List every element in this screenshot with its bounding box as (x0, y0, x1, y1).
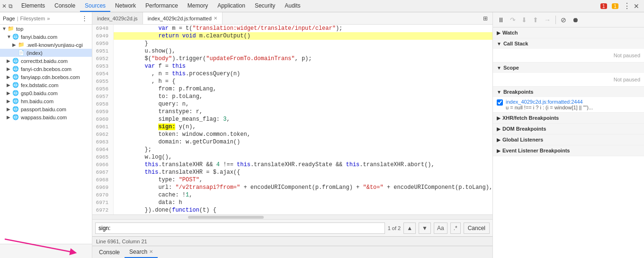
tree-item-fanyiapp[interactable]: ▶ 🌐 fanyiapp.cdn.bcebos.com (0, 73, 92, 81)
tree-arrow: ▶ (12, 42, 18, 47)
expand-icon: ⧉ (9, 3, 13, 9)
search-bar: 1 of 2 ▲ ▼ Aa .* Cancel (92, 219, 492, 236)
tab-network[interactable]: Network (110, 0, 141, 12)
code-line-6962: 6962 token: window.common.token, (92, 131, 492, 138)
filesystem-label[interactable]: Filesystem (20, 16, 45, 21)
domain-icon: 🌐 (12, 66, 19, 72)
pause-button[interactable]: ⏸ (496, 15, 506, 25)
match-case-button[interactable]: Aa (434, 222, 447, 234)
code-line-6953: 6953 var f = this (92, 62, 492, 70)
code-line-6958: 6958 query: n, (92, 100, 492, 108)
code-line-6951: 6951 u.show(), (92, 47, 492, 55)
breakpoint-checkbox[interactable] (497, 99, 503, 106)
tree-item-gsp0[interactable]: ▶ 🌐 gsp0.baidu.com (0, 89, 92, 97)
line-number: 6950 (92, 40, 114, 47)
scope-status: Not paused (493, 73, 644, 86)
tab-elements[interactable]: Elements (17, 0, 50, 12)
line-content: var m = t("translation:widget/translate/… (114, 25, 342, 32)
tab-search-bottom[interactable]: Search ✕ (125, 247, 158, 258)
event-listener-header[interactable]: ▶ Event Listener Breakpoints (493, 145, 644, 156)
code-line-6956: 6956 from: p.fromLang, (92, 85, 492, 93)
folder-icon: 📁 (18, 42, 25, 48)
deactivate-breakpoints-button[interactable]: ⊘ (559, 15, 568, 25)
call-stack-section-header[interactable]: ▼ Call Stack (493, 38, 644, 49)
cursor-position: Line 6961, Column 21 (96, 239, 489, 244)
domain-icon: 🌐 (12, 90, 19, 96)
page-label[interactable]: Page (3, 16, 15, 21)
tree-item-label: top (16, 26, 23, 32)
tree-item-fanyicdn[interactable]: ▶ 🌐 fanyi-cdn.bcebos.com (0, 65, 92, 73)
step-over-button[interactable]: ↷ (508, 15, 518, 25)
code-tab-formatted[interactable]: index_4029c2d.js:formatted ✕ (143, 12, 223, 25)
code-tabs: index_4029c2d.js index_4029c2d.js:format… (92, 12, 492, 25)
error-badge: 1 (600, 3, 607, 9)
step-into-button[interactable]: ⬇ (519, 15, 529, 25)
more-options-icon[interactable]: ⋮ (623, 1, 631, 10)
search-next-button[interactable]: ▼ (419, 222, 431, 234)
tab-console-bottom[interactable]: Console (94, 247, 125, 258)
tab-console[interactable]: Console (50, 0, 80, 12)
tree-item-hm[interactable]: ▶ 🌐 hm.baidu.com (0, 97, 92, 105)
tree-arrow: ▼ (2, 26, 8, 31)
event-listener-breakpoints-section: ▶ Event Listener Breakpoints (493, 145, 644, 156)
code-line-6961: 6961 sign: y(n), (92, 123, 492, 131)
sidebar-expand-icon[interactable]: » (47, 16, 50, 21)
line-number: 6957 (92, 93, 114, 100)
tree-item-passport[interactable]: ▶ 🌐 passport.baidu.com (0, 105, 92, 113)
watch-section-header[interactable]: ▶ Watch (493, 27, 644, 38)
line-number: 6967 (92, 169, 114, 176)
scope-section: ▼ Scope Not paused (493, 62, 644, 87)
tree-item-label: hm.baidu.com (21, 98, 54, 104)
search-input[interactable] (95, 222, 385, 234)
tree-item-correcttxt[interactable]: ▶ 🌐 correcttxt.baidu.com (0, 57, 92, 65)
dom-section-header[interactable]: ▶ DOM Breakpoints (493, 124, 644, 134)
global-listeners-header[interactable]: ▶ Global Listeners (493, 134, 644, 145)
tree-item-index[interactable]: 📄 (index) (0, 49, 92, 57)
horizontal-scrollbar[interactable] (92, 214, 492, 219)
line-number: 6965 (92, 153, 114, 161)
code-line-6955: 6955 , h = { (92, 78, 492, 85)
code-line-6954: 6954 , n = this.processQuery(n) (92, 70, 492, 78)
scrollbar-thumb[interactable] (188, 216, 264, 219)
tab-close-icon[interactable]: ✕ (214, 16, 217, 21)
tree-item-fex[interactable]: ▶ 🌐 fex.bdstatic.com (0, 81, 92, 89)
code-line-6963: 6963 domain: w.getCurDomain() (92, 138, 492, 146)
tab-close-icon[interactable]: ✕ (149, 249, 153, 254)
code-tab-minified[interactable]: index_4029c2d.js (92, 12, 143, 25)
regex-button[interactable]: .* (450, 222, 461, 234)
folder-icon: 📁 (8, 26, 14, 32)
tab-memory[interactable]: Memory (183, 0, 213, 12)
line-number: 6949 (92, 32, 114, 40)
code-editor[interactable]: 6948 var m = t("translation:widget/trans… (92, 25, 492, 214)
xhr-section-header[interactable]: ▶ XHR/fetch Breakpoints (493, 113, 644, 123)
tab-audits[interactable]: Audits (280, 0, 305, 12)
line-content: to: p.toLang, (114, 93, 203, 100)
tab-sources[interactable]: Sources (80, 0, 110, 12)
step-button[interactable]: → (542, 15, 553, 25)
line-number: 6948 (92, 25, 114, 32)
tab-security[interactable]: Security (250, 0, 280, 12)
close-devtools-icon[interactable]: ✕ (634, 2, 639, 10)
line-content: d.set("isInRtTransState", !0), (114, 214, 260, 214)
arrow-annotation (0, 234, 85, 258)
tab-application[interactable]: Application (213, 0, 250, 12)
line-number: 6951 (92, 47, 114, 55)
tree-item-top[interactable]: ▼ 📁 top (0, 25, 92, 33)
tree-item-wellknown[interactable]: ▶ 📁 .well-known/yunjiasu-cgi (0, 41, 92, 49)
tab-performance[interactable]: Performance (141, 0, 183, 12)
scope-section-header[interactable]: ▼ Scope (493, 62, 644, 73)
step-out-button[interactable]: ⬆ (531, 15, 540, 25)
tree-item-fanyi[interactable]: ▼ 🌐 fanyi.baidu.com (0, 33, 92, 41)
pause-on-exceptions-button[interactable]: ⏺ (570, 15, 581, 25)
search-cancel-button[interactable]: Cancel (464, 222, 490, 234)
domain-icon: 🌐 (12, 98, 19, 104)
sidebar-more-icon[interactable]: ⋮ (80, 14, 89, 22)
tree-item-label: passport.baidu.com (21, 107, 66, 112)
tree-arrow: ▶ (7, 58, 12, 63)
breakpoints-section-header[interactable]: ▼ Breakpoints (493, 87, 644, 97)
search-prev-button[interactable]: ▲ (403, 222, 416, 234)
line-content: w.log(), (114, 153, 172, 161)
dock-icon[interactable]: ⊞ (481, 14, 490, 23)
line-number: 6970 (92, 191, 114, 199)
tree-item-wappass[interactable]: ▶ 🌐 wappass.baidu.com (0, 113, 92, 121)
